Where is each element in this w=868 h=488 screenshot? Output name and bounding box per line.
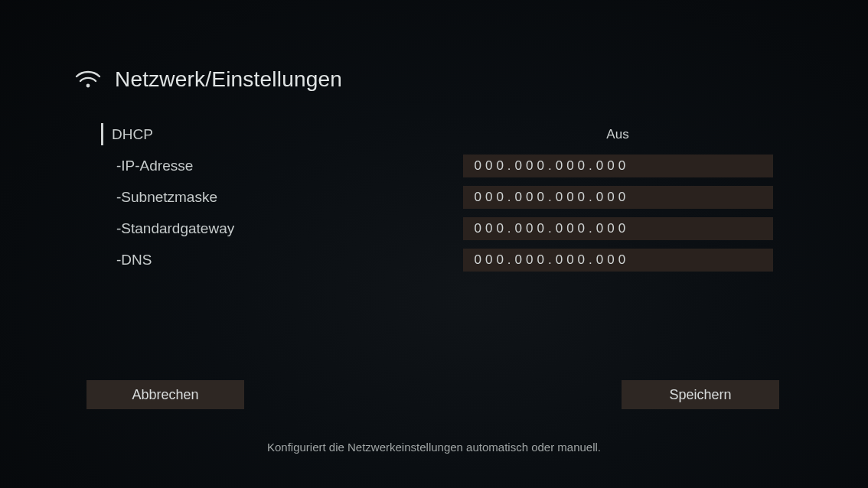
setting-label-dhcp: DHCP [100,126,153,143]
cancel-button[interactable]: Abbrechen [86,380,244,409]
setting-label-ip: -IP-Adresse [100,158,193,174]
setting-label-dns: -DNS [100,252,152,268]
setting-value-subnet[interactable]: 000.000.000.000 [463,186,773,209]
svg-point-0 [86,84,90,88]
setting-value-dns[interactable]: 000.000.000.000 [463,249,773,272]
setting-row-ip[interactable]: -IP-Adresse 000.000.000.000 [100,150,776,181]
footer-hint: Konfiguriert die Netzwerkeinstellungen a… [0,441,868,454]
setting-row-dns[interactable]: -DNS 000.000.000.000 [100,244,776,275]
setting-row-gateway[interactable]: -Standardgateway 000.000.000.000 [100,213,776,244]
setting-row-dhcp[interactable]: DHCP Aus [100,119,776,150]
settings-list: DHCP Aus -IP-Adresse 000.000.000.000 -Su… [100,119,776,275]
setting-label-gateway: -Standardgateway [100,220,234,237]
setting-value-dhcp[interactable]: Aus [459,127,776,142]
page-title: Netzwerk/Einstellungen [115,67,342,92]
header: Netzwerk/Einstellungen [75,67,342,92]
button-bar: Abbrechen Speichern [86,380,779,409]
setting-value-ip[interactable]: 000.000.000.000 [463,155,773,177]
setting-label-subnet: -Subnetzmaske [100,189,217,206]
setting-value-gateway[interactable]: 000.000.000.000 [463,217,773,240]
wifi-icon [75,69,101,90]
setting-row-subnet[interactable]: -Subnetzmaske 000.000.000.000 [100,181,776,213]
save-button[interactable]: Speichern [622,380,779,409]
network-settings-screen: Netzwerk/Einstellungen DHCP Aus -IP-Adre… [0,0,868,488]
